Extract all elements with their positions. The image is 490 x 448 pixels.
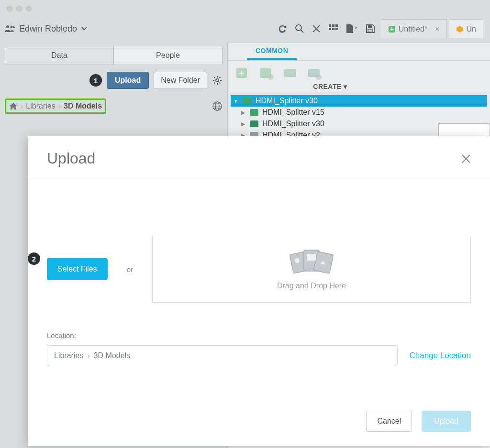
change-location-link[interactable]: Change Location xyxy=(409,351,471,361)
svg-rect-23 xyxy=(250,109,258,116)
svg-point-18 xyxy=(268,74,274,80)
svg-point-2 xyxy=(13,26,15,28)
caret-down-icon: ▾ xyxy=(342,83,347,90)
refresh-icon xyxy=(278,24,287,33)
x-icon xyxy=(312,24,321,33)
breadcrumb-3d-models: 3D Models xyxy=(64,102,102,110)
save-icon xyxy=(366,24,375,33)
zoom-window-dot[interactable] xyxy=(26,6,32,11)
refresh-button[interactable] xyxy=(278,24,287,33)
user-dropdown[interactable]: Edwin Robledo xyxy=(5,24,88,34)
file-new-icon xyxy=(345,24,358,33)
create-dropdown[interactable]: CREATE ▾ xyxy=(170,83,490,93)
board-tool-icon[interactable] xyxy=(283,66,299,81)
tab-data[interactable]: Data xyxy=(5,46,113,65)
svg-rect-10 xyxy=(368,25,372,28)
svg-rect-22 xyxy=(243,98,252,104)
tree-item[interactable]: ▾ HDMI_Splitter v30 xyxy=(231,95,487,107)
svg-rect-29 xyxy=(307,254,316,261)
svg-rect-19 xyxy=(284,69,296,77)
callout-1: 1 xyxy=(89,74,102,87)
expand-icon[interactable]: ▶ xyxy=(241,109,246,116)
upload-button[interactable]: Upload xyxy=(107,72,149,89)
or-text: or xyxy=(127,265,133,273)
svg-rect-4 xyxy=(329,24,331,27)
minimize-window-dot[interactable] xyxy=(16,6,22,11)
home-icon[interactable] xyxy=(9,102,18,110)
chevron-down-icon xyxy=(81,26,88,31)
search-button[interactable] xyxy=(295,24,304,33)
chevron-right-icon: › xyxy=(87,351,89,360)
user-name: Edwin Robledo xyxy=(19,24,77,34)
svg-rect-11 xyxy=(368,29,373,32)
location-segment: 3D Models xyxy=(94,351,130,360)
location-label: Location: xyxy=(47,331,471,339)
upload-dialog: Upload 2 Select Files or xyxy=(28,136,490,446)
people-icon xyxy=(5,25,15,33)
svg-point-30 xyxy=(295,258,300,263)
tab-close-icon[interactable]: × xyxy=(435,25,439,33)
svg-rect-8 xyxy=(332,28,334,30)
tree-item[interactable]: ▶ HDMI_Splitter v15 xyxy=(231,107,487,118)
globe-button[interactable] xyxy=(212,101,223,111)
schematic-file-icon xyxy=(243,98,252,104)
location-segment: Libraries xyxy=(54,351,83,360)
tab-untitled-2[interactable]: Un xyxy=(449,19,483,38)
new-document-button[interactable] xyxy=(345,24,358,33)
schematic-tool-icon[interactable] xyxy=(235,66,251,81)
tab-label-2: Un xyxy=(467,25,476,33)
svg-rect-6 xyxy=(335,24,338,27)
breadcrumb[interactable]: › Libraries › 3D Models xyxy=(5,98,106,114)
tab-label: Untitled* xyxy=(399,25,427,33)
svg-point-13 xyxy=(216,79,219,82)
grid-icon xyxy=(328,24,338,33)
schematic-icon xyxy=(388,25,396,33)
location-path: Libraries › 3D Models xyxy=(47,345,398,366)
window-traffic-lights xyxy=(0,0,490,17)
select-files-button[interactable]: Select Files xyxy=(47,258,108,280)
schematic-file-icon xyxy=(250,109,258,116)
svg-rect-5 xyxy=(332,24,334,27)
chevron-right-icon: › xyxy=(58,102,61,110)
close-icon xyxy=(461,154,471,164)
svg-rect-24 xyxy=(250,120,258,127)
save-button[interactable] xyxy=(366,24,375,33)
files-icon xyxy=(288,248,335,275)
upload-submit-button[interactable]: Upload xyxy=(422,411,471,432)
board-file-icon xyxy=(250,120,258,127)
dialog-title: Upload xyxy=(47,150,95,167)
close-button[interactable] xyxy=(312,24,321,33)
breadcrumb-libraries[interactable]: Libraries xyxy=(26,102,55,110)
tree-item-label: HDMI_Splitter v30 xyxy=(262,120,324,128)
expand-icon[interactable]: ▶ xyxy=(241,121,246,127)
schematic-link-tool-icon[interactable] xyxy=(259,66,275,81)
dropzone-label: Drag and Drop Here xyxy=(277,282,346,290)
svg-rect-7 xyxy=(329,28,331,30)
svg-point-1 xyxy=(11,26,13,28)
chevron-right-icon: › xyxy=(21,102,23,110)
dialog-close-button[interactable] xyxy=(461,154,471,164)
document-tabs: Untitled* × Un xyxy=(381,19,485,38)
tree-item-label: HDMI_Splitter v15 xyxy=(262,108,324,117)
tab-untitled[interactable]: Untitled* × xyxy=(381,19,447,38)
panel-tabs: Data People xyxy=(5,46,223,65)
close-window-dot[interactable] xyxy=(7,6,12,11)
board-link-tool-icon[interactable] xyxy=(307,66,323,81)
svg-point-0 xyxy=(6,25,9,28)
cancel-button[interactable]: Cancel xyxy=(366,411,412,432)
grid-view-button[interactable] xyxy=(328,24,338,33)
svg-rect-9 xyxy=(335,28,338,30)
design-toolbar xyxy=(228,61,490,83)
svg-point-21 xyxy=(316,74,322,80)
collapse-icon[interactable]: ▾ xyxy=(234,98,239,104)
tab-people[interactable]: People xyxy=(113,46,222,65)
dropzone[interactable]: Drag and Drop Here xyxy=(152,236,471,303)
svg-point-3 xyxy=(296,25,301,31)
tab-common[interactable]: COMMON xyxy=(247,43,297,60)
globe-icon xyxy=(212,101,223,111)
toolbar-icons xyxy=(278,24,375,33)
tree-item-label: HDMI_Splitter v30 xyxy=(256,97,318,105)
search-icon xyxy=(295,24,304,33)
top-toolbar: Edwin Robledo Untitled* × xyxy=(0,17,490,43)
box-icon xyxy=(456,25,464,33)
